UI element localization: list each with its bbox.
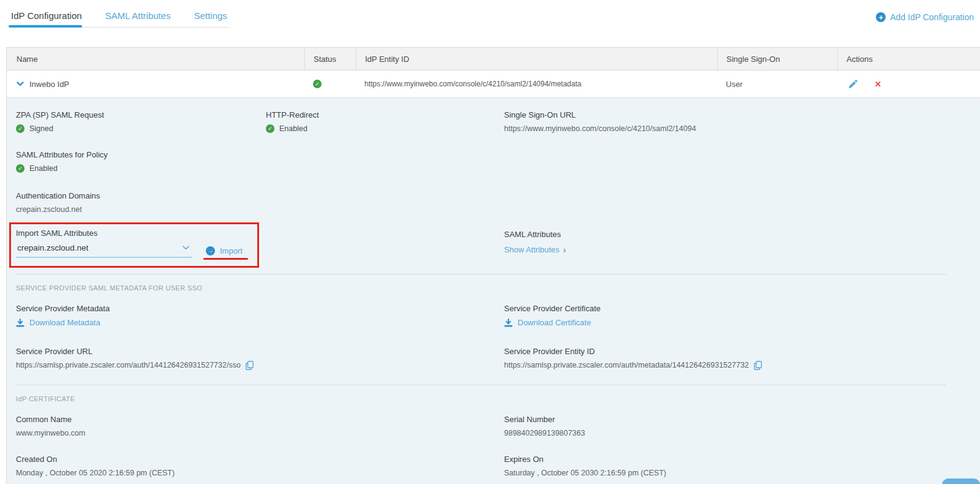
sp-section-title: SERVICE PROVIDER SAML METADATA FOR USER … [16, 284, 980, 292]
enabled-check-icon: ✓ [266, 124, 274, 133]
download-icon [504, 319, 513, 327]
import-arrow-icon: → [206, 246, 215, 255]
download-icon [16, 319, 24, 327]
column-header-status: Status [304, 48, 356, 70]
show-attributes-link[interactable]: Show Attributes › [504, 245, 566, 255]
column-header-single-sign-on: Single Sign-On [717, 48, 837, 70]
edit-pencil-icon[interactable] [848, 80, 858, 89]
created-on-label: Created On [16, 455, 504, 464]
common-name-value: www.myinwebo.com [16, 429, 504, 437]
table-header: Name Status IdP Entity ID Single Sign-On… [7, 48, 980, 70]
service-provider-metadata-label: Service Provider Metadata [16, 304, 504, 313]
tab-idp-configuration[interactable]: IdP Configuration [10, 9, 83, 27]
column-header-actions: Actions [837, 48, 980, 70]
download-certificate-link[interactable]: Download Certificate [504, 318, 591, 327]
service-provider-url-value: https://samlsp.private.zscaler.com/auth/… [16, 361, 241, 369]
download-certificate-label: Download Certificate [518, 318, 591, 327]
idp-name: Inwebo IdP [29, 80, 69, 89]
import-annotation-box: Import SAML Attributes crepain.zscloud.n… [9, 222, 259, 268]
serial-number-value: 9898402989139807363 [504, 429, 980, 437]
single-sign-on-url-label: Single Sign-On URL [504, 110, 980, 119]
import-domain-selected-value: crepain.zscloud.net [17, 243, 88, 252]
service-provider-url-label: Service Provider URL [16, 347, 504, 356]
select-chevron-down-icon [183, 246, 189, 250]
service-provider-entity-id-label: Service Provider Entity ID [504, 347, 980, 356]
http-redirect-value: Enabled [279, 124, 307, 133]
tab-bar: IdP Configuration SAML Attributes Settin… [0, 0, 980, 28]
created-on-value: Monday , October 05 2020 2:16:59 pm (CES… [16, 469, 504, 477]
delete-x-icon[interactable]: ✕ [875, 80, 881, 89]
idp-details-panel: ZPA (SP) SAML Request ✓ Signed HTTP-Redi… [7, 97, 980, 484]
single-sign-on-value: User [726, 80, 742, 89]
zpa-sp-saml-request-value: Signed [29, 124, 53, 133]
add-idp-configuration-label: Add IdP Configuration [890, 12, 974, 22]
common-name-label: Common Name [16, 415, 504, 424]
copy-icon[interactable] [246, 361, 254, 370]
saml-attributes-for-policy-value: Enabled [29, 164, 58, 173]
saml-attributes-for-policy-label: SAML Attributes for Policy [16, 150, 266, 159]
service-provider-entity-id-value: https://samlsp.private.zscaler.com/auth/… [504, 361, 749, 369]
serial-number-label: Serial Number [504, 415, 980, 424]
authentication-domains-value: crepain.zscloud.net [16, 205, 266, 214]
zpa-sp-saml-request-label: ZPA (SP) SAML Request [16, 110, 266, 119]
floating-action-button-partial[interactable] [942, 478, 980, 484]
policy-enabled-check-icon: ✓ [16, 164, 24, 173]
authentication-domains-label: Authentication Domains [16, 191, 266, 200]
single-sign-on-url-value: https://www.myinwebo.com/console/c/4210/… [504, 124, 980, 133]
tab-settings[interactable]: Settings [193, 9, 228, 27]
expires-on-value: Saturday , October 05 2030 2:16:59 pm (C… [504, 469, 980, 477]
copy-icon[interactable] [754, 361, 762, 370]
import-domain-select[interactable]: crepain.zscloud.net [16, 243, 192, 258]
tab-saml-attributes[interactable]: SAML Attributes [104, 9, 172, 27]
plus-circle-icon: + [876, 12, 886, 22]
status-enabled-icon: ✓ [313, 80, 322, 88]
import-button[interactable]: → Import [206, 246, 243, 255]
saml-attributes-label: SAML Attributes [504, 230, 980, 239]
import-saml-attributes-label: Import SAML Attributes [16, 229, 250, 238]
http-redirect-label: HTTP-Redirect [266, 110, 504, 119]
idp-table: Name Status IdP Entity ID Single Sign-On… [6, 47, 980, 484]
download-metadata-link[interactable]: Download Metadata [16, 318, 100, 327]
service-provider-certificate-label: Service Provider Certificate [504, 304, 980, 313]
download-metadata-label: Download Metadata [29, 318, 100, 327]
idp-entity-id-value: https://www.myinwebo.com/console/c/4210/… [364, 80, 581, 88]
import-button-label: Import [220, 246, 243, 255]
table-row[interactable]: Inwebo IdP ✓ https://www.myinwebo.com/co… [7, 70, 980, 97]
expires-on-label: Expires On [504, 455, 980, 464]
column-header-idp-entity-id: IdP Entity ID [356, 48, 717, 70]
collapse-chevron-icon[interactable] [17, 81, 24, 86]
signed-check-icon: ✓ [16, 124, 24, 133]
idp-certificate-section-title: IdP CERTIFICATE [16, 395, 980, 403]
show-attributes-link-label: Show Attributes [504, 245, 559, 254]
chevron-right-icon: › [563, 245, 566, 255]
section-divider [16, 274, 946, 274]
column-header-name: Name [7, 48, 304, 70]
section-divider [16, 385, 946, 385]
add-idp-configuration-button[interactable]: + Add IdP Configuration [876, 12, 974, 22]
